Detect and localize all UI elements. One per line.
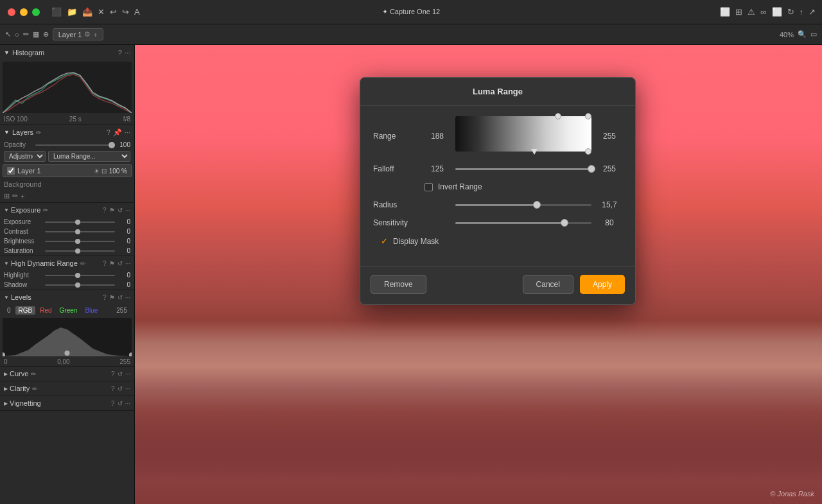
clone-icon[interactable]: ⊕ bbox=[43, 30, 49, 39]
highlight-slider[interactable] bbox=[45, 275, 115, 276]
gradient-icon[interactable]: ▦ bbox=[33, 30, 39, 39]
tool6-icon[interactable]: ↻ bbox=[787, 7, 794, 17]
tool8-icon[interactable]: ↗ bbox=[809, 7, 816, 17]
curve-edit-icon[interactable]: ✏ bbox=[31, 370, 36, 378]
layer-settings-icon[interactable]: ⚙ bbox=[84, 30, 91, 39]
minimize-button[interactable] bbox=[20, 8, 28, 16]
export-icon[interactable]: 📤 bbox=[82, 7, 92, 17]
vignetting-header[interactable]: ▶ Vignetting ? ↺ ··· bbox=[0, 396, 134, 410]
contrast-slider[interactable] bbox=[45, 231, 115, 232]
open-icon[interactable]: ⬛ bbox=[51, 7, 62, 17]
redo-icon[interactable]: ↪ bbox=[122, 7, 129, 17]
layers-edit-icon[interactable]: ✏ bbox=[36, 129, 41, 136]
radius-slider[interactable] bbox=[455, 204, 591, 206]
clarity-header[interactable]: ▶ Clarity ✏ ? ↺ ··· bbox=[0, 381, 134, 395]
layers-brush-icon[interactable]: ✏ bbox=[12, 192, 18, 200]
levels-red-tab[interactable]: Red bbox=[37, 306, 55, 315]
histogram-header[interactable]: ▼ Histogram ? ··· bbox=[0, 45, 134, 60]
range-handle-left[interactable] bbox=[555, 113, 561, 119]
exp-more-icon[interactable]: ··· bbox=[125, 207, 130, 214]
radius-val-left: - bbox=[424, 200, 450, 209]
remove-button[interactable]: Remove bbox=[371, 275, 426, 294]
tool7-icon[interactable]: ↑ bbox=[800, 7, 804, 17]
exposure-header[interactable]: ▼ Exposure ✏ ? ⚑ ↺ ··· bbox=[0, 203, 134, 217]
hdr-reset-icon[interactable]: ↺ bbox=[118, 260, 123, 267]
text-icon[interactable]: A bbox=[134, 7, 140, 17]
select-icon[interactable]: ↖ bbox=[5, 30, 11, 39]
range-falloff-right-handle[interactable] bbox=[585, 148, 591, 155]
fit-icon[interactable]: ▭ bbox=[810, 30, 817, 39]
cancel-button[interactable]: Cancel bbox=[523, 275, 573, 294]
layer1-item[interactable]: Layer 1 ☀ ⊡ 100 % bbox=[3, 164, 132, 177]
adjustment-type-select[interactable]: Adjustment bbox=[4, 151, 46, 162]
tool3-icon[interactable]: ⚠ bbox=[748, 7, 755, 17]
curve-reset-icon[interactable]: ↺ bbox=[118, 370, 123, 378]
hdr-edit-icon[interactable]: ✏ bbox=[80, 260, 85, 267]
clarity-more-icon[interactable]: ··· bbox=[125, 385, 130, 392]
clarity-help-icon[interactable]: ? bbox=[111, 385, 115, 392]
exp-help-icon[interactable]: ? bbox=[103, 207, 107, 214]
range-handle-right[interactable] bbox=[585, 113, 591, 119]
layers-pin-icon[interactable]: 📌 bbox=[113, 128, 122, 137]
levels-green-tab[interactable]: Green bbox=[57, 306, 81, 315]
layers-help-icon[interactable]: ? bbox=[107, 128, 110, 137]
curve-header[interactable]: ▶ Curve ✏ ? ↺ ··· bbox=[0, 367, 134, 381]
layers-header[interactable]: ▼ Layers ✏ ? 📌 ··· bbox=[0, 125, 134, 140]
exp-reset-icon[interactable]: ↺ bbox=[118, 207, 123, 214]
invert-range-checkbox[interactable] bbox=[424, 183, 433, 191]
falloff-val-right: 255 bbox=[597, 164, 622, 173]
apply-button[interactable]: Apply bbox=[580, 275, 625, 294]
fullscreen-button[interactable] bbox=[32, 8, 40, 16]
sensitivity-slider[interactable] bbox=[455, 222, 591, 224]
tool5-icon[interactable]: ⬜ bbox=[772, 7, 782, 17]
falloff-slider[interactable] bbox=[455, 168, 591, 170]
levels-more-icon[interactable]: ··· bbox=[125, 294, 130, 301]
display-mask-check-icon[interactable]: ✓ bbox=[381, 236, 388, 246]
brush-icon[interactable]: ✏ bbox=[23, 30, 29, 39]
histogram-help-icon[interactable]: ? bbox=[118, 49, 122, 56]
range-falloff-left-handle[interactable] bbox=[531, 149, 538, 155]
exp-flag-icon[interactable]: ⚑ bbox=[109, 207, 115, 214]
brightness-slider[interactable] bbox=[45, 241, 115, 242]
close-button[interactable] bbox=[8, 8, 15, 16]
saturation-slider[interactable] bbox=[45, 250, 115, 252]
clarity-edit-icon[interactable]: ✏ bbox=[32, 385, 37, 392]
range-row: Range 188 255 bbox=[373, 116, 622, 155]
vignetting-reset-icon[interactable]: ↺ bbox=[118, 400, 123, 407]
layer-add-icon[interactable]: + bbox=[93, 31, 97, 39]
delete-icon[interactable]: ✕ bbox=[98, 7, 105, 17]
levels-help-icon[interactable]: ? bbox=[103, 294, 107, 301]
opacity-slider[interactable] bbox=[35, 144, 112, 146]
vignetting-help-icon[interactable]: ? bbox=[111, 400, 115, 407]
import-icon[interactable]: 📁 bbox=[67, 7, 77, 17]
layer-tab[interactable]: Layer 1 ⚙ + bbox=[53, 28, 103, 40]
layers-add-icon[interactable]: + bbox=[21, 193, 24, 200]
vignetting-more-icon[interactable]: ··· bbox=[125, 400, 130, 407]
hdr-more-icon[interactable]: ··· bbox=[125, 260, 130, 267]
exposure-edit-icon[interactable]: ✏ bbox=[43, 207, 48, 214]
adjustment-preset-select[interactable]: Luma Range... bbox=[48, 151, 130, 162]
hdr-flag-icon[interactable]: ⚑ bbox=[109, 260, 115, 267]
histogram-more-icon[interactable]: ··· bbox=[125, 49, 130, 56]
tool1-icon[interactable]: ⬜ bbox=[720, 7, 730, 17]
hdr-help-icon[interactable]: ? bbox=[103, 260, 107, 267]
layers-grid-icon[interactable]: ⊞ bbox=[4, 192, 10, 200]
levels-flag-icon[interactable]: ⚑ bbox=[109, 294, 115, 301]
exposure-slider[interactable] bbox=[45, 222, 115, 223]
zoom-icon[interactable]: 🔍 bbox=[798, 30, 807, 39]
levels-rgb-tab[interactable]: RGB bbox=[15, 306, 36, 315]
hdr-header[interactable]: ▼ High Dynamic Range ✏ ? ⚑ ↺ ··· bbox=[0, 256, 134, 270]
curve-help-icon[interactable]: ? bbox=[111, 370, 115, 378]
layers-more-icon[interactable]: ··· bbox=[125, 128, 130, 137]
tool4-icon[interactable]: ∞ bbox=[760, 7, 766, 17]
lasso-icon[interactable]: ○ bbox=[15, 31, 19, 39]
curve-more-icon[interactable]: ··· bbox=[125, 370, 130, 378]
tool2-icon[interactable]: ⊞ bbox=[735, 7, 742, 17]
levels-blue-tab[interactable]: Blue bbox=[82, 306, 101, 315]
shadow-slider[interactable] bbox=[45, 284, 115, 286]
levels-header[interactable]: ▼ Levels ? ⚑ ↺ ··· bbox=[0, 290, 134, 304]
levels-reset-icon[interactable]: ↺ bbox=[118, 294, 123, 301]
clarity-reset-icon[interactable]: ↺ bbox=[118, 385, 123, 392]
undo-icon[interactable]: ↩ bbox=[110, 7, 117, 17]
layer1-checkbox[interactable] bbox=[7, 167, 15, 175]
